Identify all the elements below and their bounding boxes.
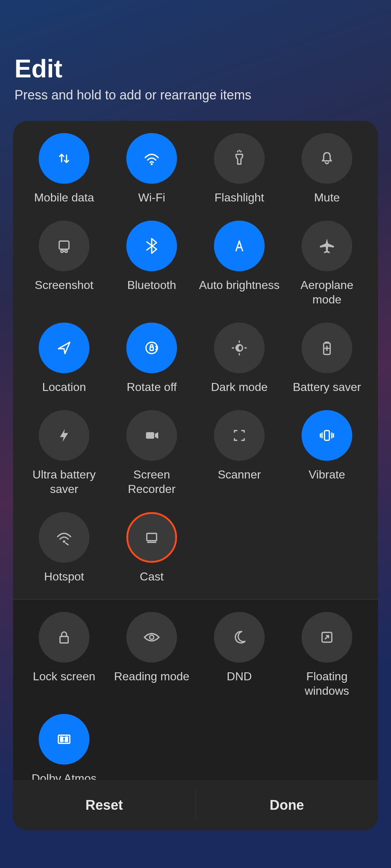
auto-brightness-icon (214, 221, 265, 271)
rotate-lock-icon (126, 323, 177, 373)
tile-rotate-off[interactable]: Rotate off (108, 315, 196, 402)
tile-auto-brightness[interactable]: Auto brightness (196, 213, 283, 315)
scan-icon (214, 410, 265, 461)
bell-icon (302, 133, 352, 184)
svg-point-13 (150, 635, 154, 639)
svg-rect-12 (60, 637, 68, 643)
tile-location[interactable]: Location (20, 315, 108, 402)
tile-label: ScreenRecorder (128, 467, 176, 496)
svg-point-4 (146, 342, 157, 354)
tile-ultra-battery-saver[interactable]: Ultra batterysaver (20, 402, 108, 504)
tiles-grid-main: Mobile dataWi-FiFlashlightMuteScreenshot… (13, 121, 378, 599)
page-title: Edit (14, 54, 377, 83)
tile-label: Mute (314, 190, 340, 205)
tile-mobile-data[interactable]: Mobile data (20, 125, 108, 213)
airplane-icon (302, 221, 352, 271)
svg-rect-9 (324, 431, 329, 441)
tile-label: Mobile data (34, 190, 94, 205)
wifi-icon (126, 133, 177, 184)
moon-icon (214, 612, 265, 663)
vibrate-icon (302, 410, 352, 461)
dolby-icon (39, 714, 89, 765)
svg-point-10 (63, 540, 66, 543)
footer-bar: Reset Done (13, 780, 378, 830)
tile-label: Bluetooth (127, 278, 176, 292)
tile-label: Dark mode (211, 380, 268, 394)
tile-label: DND (227, 669, 252, 684)
tile-label: Reading mode (114, 669, 189, 684)
tile-lock-screen[interactable]: Lock screen (20, 604, 108, 706)
tile-floating-windows[interactable]: Floatingwindows (283, 604, 371, 706)
tile-battery-saver[interactable]: Battery saver (283, 315, 371, 402)
tile-scanner[interactable]: Scanner (196, 402, 283, 504)
svg-rect-8 (146, 432, 154, 439)
bolt-icon (39, 410, 89, 461)
tile-label: Cast (140, 569, 164, 584)
tile-label: Vibrate (309, 467, 345, 482)
location-icon (39, 323, 89, 373)
tiles-panel: Mobile dataWi-FiFlashlightMuteScreenshot… (13, 121, 378, 830)
svg-point-0 (151, 163, 153, 165)
tile-wifi[interactable]: Wi-Fi (108, 125, 196, 213)
page-subtitle: Press and hold to add or rearrange items (14, 88, 377, 103)
tiles-grid-more: Lock screenReading modeDNDFloatingwindow… (13, 600, 378, 801)
tile-label: Rotate off (127, 380, 177, 394)
eye-icon (126, 612, 177, 663)
tile-hotspot[interactable]: Hotspot (20, 504, 108, 592)
flashlight-icon (214, 133, 265, 184)
tile-vibrate[interactable]: Vibrate (283, 402, 371, 504)
tile-label: Aeroplanemode (300, 278, 353, 307)
mobile-data-icon (39, 133, 89, 184)
tile-dnd[interactable]: DND (196, 604, 283, 706)
tile-label: Screenshot (35, 278, 93, 292)
tile-aeroplane-mode[interactable]: Aeroplanemode (283, 213, 371, 315)
tile-screen-recorder[interactable]: ScreenRecorder (108, 402, 196, 504)
lock-icon (39, 612, 89, 663)
cast-icon (126, 512, 177, 563)
tile-dark-mode[interactable]: Dark mode (196, 315, 283, 402)
done-button[interactable]: Done (196, 780, 378, 830)
bluetooth-icon (126, 221, 177, 271)
tile-screenshot[interactable]: Screenshot (20, 213, 108, 315)
reset-button[interactable]: Reset (13, 780, 196, 830)
header: Edit Press and hold to add or rearrange … (0, 0, 391, 114)
tile-label: Hotspot (44, 569, 84, 584)
tile-label: Battery saver (293, 380, 361, 394)
tile-reading-mode[interactable]: Reading mode (108, 604, 196, 706)
battery-plus-icon (302, 323, 352, 373)
tile-label: Flashlight (215, 190, 264, 205)
screenshot-icon (39, 221, 89, 271)
video-icon (126, 410, 177, 461)
hotspot-icon (39, 512, 89, 563)
dark-mode-icon (214, 323, 265, 373)
svg-rect-11 (147, 533, 157, 541)
tile-bluetooth[interactable]: Bluetooth (108, 213, 196, 315)
tile-label: Floatingwindows (305, 669, 349, 698)
svg-rect-1 (59, 241, 69, 250)
tile-label: Ultra batterysaver (33, 467, 96, 496)
tile-label: Lock screen (33, 669, 96, 684)
tile-flashlight[interactable]: Flashlight (196, 125, 283, 213)
tile-label: Scanner (218, 467, 261, 482)
floating-window-icon (302, 612, 352, 663)
tile-label: Location (42, 380, 86, 394)
tile-label: Wi-Fi (138, 190, 165, 205)
tile-cast[interactable]: Cast (108, 504, 196, 592)
tile-mute[interactable]: Mute (283, 125, 371, 213)
tile-label: Auto brightness (199, 278, 279, 292)
